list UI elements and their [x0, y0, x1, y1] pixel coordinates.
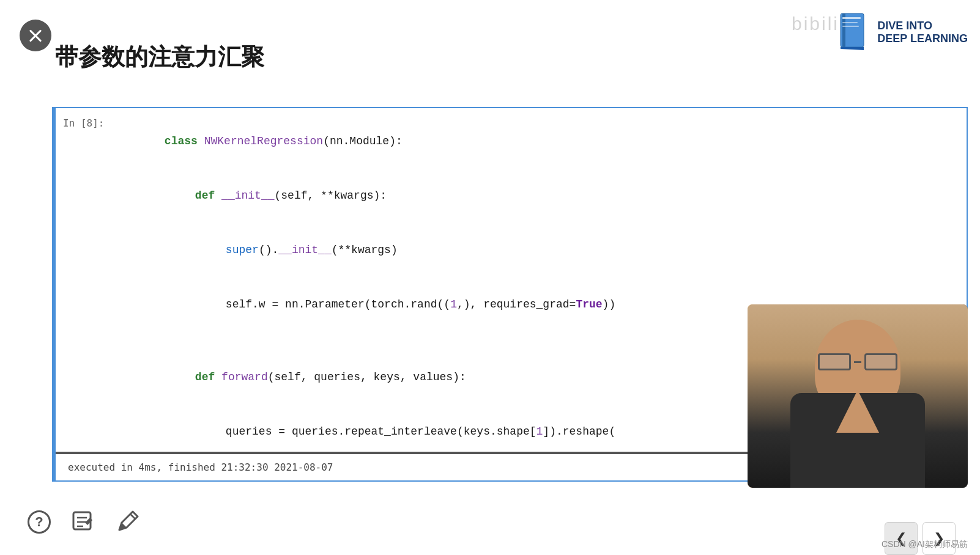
- svg-rect-3: [842, 22, 858, 23]
- svg-rect-2: [842, 17, 861, 19]
- question-icon: ?: [28, 510, 51, 534]
- bottom-toolbar: ?: [0, 507, 980, 537]
- logo-area: DIVE INTO DEEP LEARNING: [837, 12, 968, 52]
- code-line-2: def __init__(self, **kwargs):: [111, 169, 967, 223]
- csdn-credit: CSDN @AI架构师易筋: [882, 539, 968, 550]
- svg-line-12: [130, 514, 135, 519]
- code-line-1: class NWKernelRegression(nn.Module):: [111, 114, 967, 169]
- edit-button-1[interactable]: [69, 507, 98, 537]
- logo-text: DIVE INTO DEEP LEARNING: [877, 20, 968, 45]
- help-button[interactable]: ?: [24, 507, 54, 537]
- book-icon: [837, 12, 871, 52]
- svg-rect-4: [842, 26, 859, 27]
- svg-marker-5: [841, 47, 864, 50]
- pencil-icon: [116, 510, 139, 534]
- page-title: 带参数的注意力汇聚: [55, 42, 264, 73]
- edit-button-2[interactable]: [113, 507, 142, 537]
- cell-label: In [8]:: [56, 108, 111, 452]
- code-line-3: super().__init__(**kwargs): [111, 223, 967, 278]
- person-overlay: [748, 304, 968, 488]
- bilibili-watermark: bibili: [792, 13, 839, 34]
- close-button[interactable]: [20, 20, 51, 51]
- edit-square-icon: [72, 510, 95, 534]
